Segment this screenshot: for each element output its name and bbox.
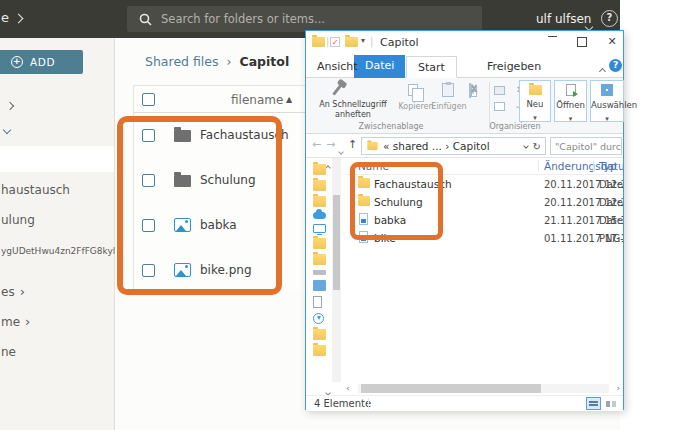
- row-checkbox[interactable]: [142, 174, 155, 187]
- address-bar[interactable]: « shared ... › Capitol ↻: [361, 137, 546, 155]
- search-input[interactable]: Search for folders or items...: [127, 6, 482, 32]
- sidebar-selected-item[interactable]: [0, 146, 114, 172]
- dropdown-caret-icon: ▾: [569, 115, 573, 123]
- address-path[interactable]: « shared ... › Capitol: [383, 140, 490, 152]
- tree-node-icon[interactable]: [313, 313, 324, 324]
- help-button[interactable]: ?: [601, 10, 618, 27]
- tree-node-icon[interactable]: [313, 329, 326, 340]
- row-checkbox[interactable]: [142, 264, 155, 277]
- tree-node-icon[interactable]: [313, 296, 322, 308]
- tree-node-icon[interactable]: [313, 270, 326, 275]
- tree-node-icon[interactable]: [313, 224, 326, 233]
- ribbon-tab-bar: Datei Start Freigeben Ansicht: [306, 53, 623, 78]
- ribbon-tab[interactable]: Start: [406, 56, 457, 78]
- select-grid-icon: [601, 84, 613, 96]
- explorer-help-icon[interactable]: ?: [609, 59, 622, 72]
- history-dropdown[interactable]: [339, 144, 343, 157]
- open-button[interactable]: Öffnen ▾: [554, 80, 587, 122]
- filename-column-header[interactable]: filename: [231, 93, 283, 107]
- breadcrumb-current: Capitol: [240, 54, 290, 69]
- quick-access-properties-icon[interactable]: ✓: [330, 37, 340, 47]
- paste-button[interactable]: Einfügen: [428, 102, 470, 112]
- tree-node-icon[interactable]: [313, 345, 326, 356]
- sidebar-nav-item[interactable]: me›: [0, 307, 115, 337]
- sidebar-collapse-chevron[interactable]: [4, 118, 10, 137]
- column-divider[interactable]: [538, 160, 539, 172]
- clipboard-group-label: Zwischenablage: [336, 122, 446, 131]
- up-button[interactable]: ↑: [348, 138, 357, 151]
- topbar-breadcrumb-fragment[interactable]: e: [1, 10, 22, 25]
- window-folder-icon: [312, 37, 325, 47]
- tree-scroll-up-chevron[interactable]: [326, 160, 330, 173]
- tree-node-icon[interactable]: [313, 212, 326, 219]
- name-column-header[interactable]: Name: [358, 160, 389, 172]
- quick-access-dropdown-icon[interactable]: ▾: [361, 36, 365, 45]
- scroll-left-arrow[interactable]: ‹: [346, 383, 350, 393]
- forward-button[interactable]: →: [326, 138, 335, 151]
- file-name[interactable]: babka: [200, 218, 237, 232]
- tree-node-icon[interactable]: [313, 238, 326, 249]
- maximize-button[interactable]: [571, 31, 593, 53]
- scroll-right-arrow[interactable]: ›: [616, 383, 620, 393]
- sidebar-nav-item[interactable]: ne: [0, 337, 115, 367]
- refresh-icon[interactable]: ↻: [533, 141, 541, 152]
- scrollbar-thumb[interactable]: [361, 384, 541, 393]
- paste-icon: [442, 83, 454, 97]
- select-button[interactable]: Auswählen ▾: [590, 80, 624, 122]
- ribbon-tab[interactable]: Freigeben: [476, 56, 552, 78]
- row-checkbox[interactable]: [142, 219, 155, 232]
- explorer-file-row[interactable]: Schulung 20.11.2017 12:24 Dateio: [346, 193, 623, 211]
- sidebar-item-label: ne: [1, 345, 16, 359]
- file-type-icon: [174, 175, 191, 187]
- add-button[interactable]: + ADD: [0, 50, 83, 74]
- tree-node-icon[interactable]: [313, 254, 326, 265]
- pin-to-quick-access-button[interactable]: An Schnellzugriff anheften: [308, 100, 398, 120]
- new-folder-button[interactable]: Neu ▾: [519, 80, 551, 122]
- scrollbar-track[interactable]: [358, 384, 609, 393]
- back-button[interactable]: ←: [312, 138, 321, 151]
- sidebar-nav-item[interactable]: haustausch: [0, 175, 115, 205]
- tree-scrollbar[interactable]: [332, 158, 341, 382]
- explorer-search-input[interactable]: "Capitol" durchs...: [550, 137, 622, 155]
- sidebar-nav-item[interactable]: ulung: [0, 205, 115, 235]
- copy-path-icon[interactable]: [469, 83, 471, 98]
- select-all-checkbox[interactable]: [142, 93, 155, 106]
- minimize-button[interactable]: [541, 31, 563, 53]
- file-name[interactable]: bike: [374, 232, 396, 244]
- file-name[interactable]: Schulung: [374, 196, 423, 208]
- details-view-button[interactable]: [586, 397, 601, 410]
- close-button[interactable]: ✕: [601, 31, 623, 53]
- copy-to-icon[interactable]: [494, 102, 505, 111]
- type-column-header[interactable]: Typ: [599, 160, 617, 172]
- thumbnail-view-button[interactable]: [603, 397, 618, 410]
- explorer-titlebar[interactable]: | ✓ ▾ | Capitol ✕: [306, 31, 623, 53]
- user-menu[interactable]: ulf ulfsen: [536, 12, 591, 26]
- explorer-file-row[interactable]: Fachaustausch 20.11.2017 12:25 Dateio: [346, 175, 623, 193]
- file-name[interactable]: babka: [374, 214, 406, 226]
- column-divider[interactable]: [593, 160, 594, 172]
- move-to-icon[interactable]: [494, 86, 505, 95]
- tree-node-icon[interactable]: [313, 280, 326, 291]
- tree-node-icon[interactable]: [313, 180, 326, 191]
- explorer-file-row[interactable]: bike 01.11.2017 17:19 PNG-D: [346, 229, 623, 247]
- tree-node-icon[interactable]: [313, 164, 326, 175]
- address-dropdown-icon[interactable]: [523, 143, 529, 149]
- row-checkbox[interactable]: [142, 129, 155, 142]
- explorer-file-row[interactable]: babka 21.11.2017 15:32 Datei: [346, 211, 623, 229]
- file-name[interactable]: bike.png: [200, 263, 252, 277]
- tree-scrollbar-thumb[interactable]: [333, 195, 340, 290]
- quick-access-new-folder-icon[interactable]: [345, 37, 358, 47]
- sidebar-nav-item[interactable]: ygUDetHwu4zn2FfFG8kylI850: [0, 235, 115, 265]
- file-name[interactable]: Schulung: [200, 173, 256, 187]
- sidebar-nav-item[interactable]: es›: [0, 277, 115, 307]
- ribbon-collapse-button[interactable]: [600, 64, 605, 77]
- file-type: PNG-D: [599, 233, 623, 244]
- file-name[interactable]: Fachaustausch: [200, 128, 289, 142]
- sidebar-expand-chevron[interactable]: [7, 94, 13, 113]
- sort-ascending-icon[interactable]: ▲: [286, 95, 292, 104]
- file-name[interactable]: Fachaustausch: [374, 178, 452, 190]
- breadcrumb-parent-link[interactable]: Shared files: [145, 54, 219, 69]
- tree-node-icon[interactable]: [313, 196, 326, 207]
- ribbon-tab[interactable]: Ansicht: [306, 56, 369, 78]
- file-type-icon: [359, 213, 368, 225]
